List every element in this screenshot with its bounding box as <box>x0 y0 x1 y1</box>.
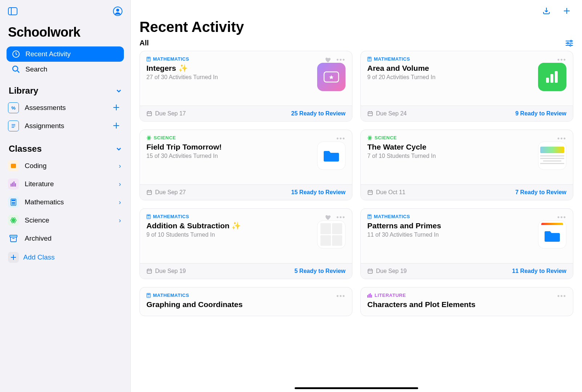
subject-badge: MATHEMATICS <box>146 293 341 298</box>
more-icon[interactable]: ••• <box>336 214 345 221</box>
classes-header[interactable]: Classes <box>9 144 122 154</box>
svg-rect-57 <box>368 57 371 58</box>
page-title: Recent Activity <box>140 19 573 35</box>
more-icon[interactable]: ••• <box>557 135 566 143</box>
review-link[interactable]: 7 Ready to Review <box>516 189 567 196</box>
card-title: Integers ✨ <box>146 64 313 73</box>
subject-label: SCIENCE <box>154 135 176 140</box>
svg-point-22 <box>13 202 14 203</box>
activity-card[interactable]: ••• MATHEMATICS Area and Volume 9 of 20 … <box>360 51 573 122</box>
subject-icon <box>367 293 372 298</box>
calendar-icon <box>367 111 373 117</box>
calendar-icon <box>146 268 152 274</box>
nav-item-recent-activity[interactable]: Recent Activity <box>7 46 124 62</box>
library-item-assessments[interactable]: % Assessments <box>7 99 124 117</box>
subject-label: MATHEMATICS <box>374 56 410 62</box>
subject-icon <box>367 135 372 140</box>
svg-point-113 <box>147 295 148 296</box>
plus-icon <box>8 252 19 263</box>
svg-rect-95 <box>147 269 151 273</box>
due-date: Due Oct 11 <box>376 189 405 196</box>
add-button[interactable] <box>562 6 572 16</box>
svg-point-27 <box>13 220 14 221</box>
card-title: Field Trip Tomorrow! <box>146 143 313 151</box>
coding-icon <box>8 160 19 171</box>
svg-rect-100 <box>368 215 371 216</box>
class-label: Mathematics <box>25 198 117 206</box>
favorite-icon[interactable] <box>325 215 331 221</box>
library-header-label: Library <box>9 86 38 96</box>
card-thumbnail <box>538 214 566 258</box>
svg-point-3 <box>116 9 119 12</box>
more-icon[interactable]: ••• <box>557 293 566 300</box>
add-class-button[interactable]: Add Class <box>7 248 124 266</box>
activity-card[interactable]: ••• MATHEMATICS Graphing and Coordinates <box>140 287 352 316</box>
add-assignment-button[interactable] <box>112 122 121 130</box>
library-item-label: Assessments <box>25 104 111 112</box>
review-link[interactable]: 11 Ready to Review <box>512 268 566 274</box>
more-icon[interactable]: ••• <box>336 293 345 300</box>
card-title: Patterns and Primes <box>367 221 534 230</box>
svg-point-91 <box>149 217 150 217</box>
svg-rect-75 <box>147 191 151 195</box>
class-label: Literature <box>25 180 117 188</box>
add-assessment-button[interactable] <box>112 103 121 112</box>
subject-label: LITERATURE <box>375 293 406 298</box>
chevron-right-icon: › <box>119 217 121 224</box>
class-item-archived[interactable]: Archived <box>7 229 124 248</box>
svg-rect-121 <box>370 293 371 298</box>
activity-card[interactable]: ••• SCIENCE Field Trip Tomorrow! 15 of 3… <box>140 130 352 200</box>
svg-point-45 <box>147 59 148 60</box>
svg-point-62 <box>369 60 370 61</box>
class-item-coding[interactable]: Coding › <box>7 157 124 175</box>
review-link[interactable]: 15 Ready to Review <box>291 189 345 196</box>
activity-card[interactable]: ••• MATHEMATICS Addition & Subtraction ✨… <box>140 208 352 279</box>
favorite-icon[interactable] <box>325 57 331 64</box>
class-item-mathematics[interactable]: Mathematics › <box>7 193 124 211</box>
card-subtitle: 27 of 30 Activities Turned In <box>146 74 313 81</box>
sidebar-toggle-icon[interactable] <box>8 7 17 15</box>
class-item-literature[interactable]: Literature › <box>7 175 124 193</box>
archived-icon <box>8 233 19 244</box>
subject-label: SCIENCE <box>375 135 397 140</box>
svg-rect-120 <box>369 294 370 298</box>
svg-rect-18 <box>15 183 16 187</box>
svg-point-48 <box>147 60 148 61</box>
download-button[interactable] <box>541 6 551 16</box>
svg-rect-0 <box>8 8 17 15</box>
review-link[interactable]: 9 Ready to Review <box>516 110 567 117</box>
more-icon[interactable]: ••• <box>336 56 345 64</box>
subject-label: MATHEMATICS <box>374 214 410 219</box>
class-item-science[interactable]: Science › <box>7 211 124 229</box>
svg-point-94 <box>149 218 150 219</box>
card-title: Characters and Plot Elements <box>367 300 562 309</box>
activity-card[interactable]: ••• SCIENCE The Water Cycle 7 of 10 Stud… <box>360 130 573 200</box>
review-link[interactable]: 25 Ready to Review <box>291 110 345 117</box>
svg-point-59 <box>369 59 370 60</box>
profile-icon[interactable] <box>113 7 122 16</box>
activity-card[interactable]: ••• MATHEMATICS Integers ✨ 27 of 30 Acti… <box>140 51 352 122</box>
nav-item-search[interactable]: Search <box>7 62 124 77</box>
activity-card[interactable]: ••• LITERATURE Characters and Plot Eleme… <box>360 287 573 316</box>
svg-point-92 <box>147 218 148 219</box>
svg-rect-16 <box>12 183 13 187</box>
svg-point-115 <box>149 295 150 296</box>
due-date: Due Sep 19 <box>376 268 407 274</box>
library-item-assignments[interactable]: Assignments <box>7 117 124 135</box>
clock-icon <box>12 50 20 58</box>
card-subtitle: 7 of 10 Students Turned In <box>367 153 534 159</box>
due-date: Due Sep 17 <box>155 110 186 117</box>
nav-item-label: Recent Activity <box>25 50 71 58</box>
svg-point-102 <box>369 217 370 217</box>
calendar-icon <box>367 268 373 274</box>
svg-point-89 <box>147 217 148 217</box>
filter-sliders-button[interactable] <box>565 40 573 46</box>
more-icon[interactable]: ••• <box>557 56 566 64</box>
more-icon[interactable]: ••• <box>336 135 345 143</box>
review-link[interactable]: 5 Ready to Review <box>295 268 346 274</box>
svg-point-105 <box>369 218 370 219</box>
sidebar: Schoolwork Recent Activity Search Librar… <box>0 0 131 392</box>
library-header[interactable]: Library <box>9 86 122 96</box>
filter-label[interactable]: All <box>140 39 149 47</box>
activity-card[interactable]: ••• MATHEMATICS Patterns and Primes 11 o… <box>360 208 573 279</box>
